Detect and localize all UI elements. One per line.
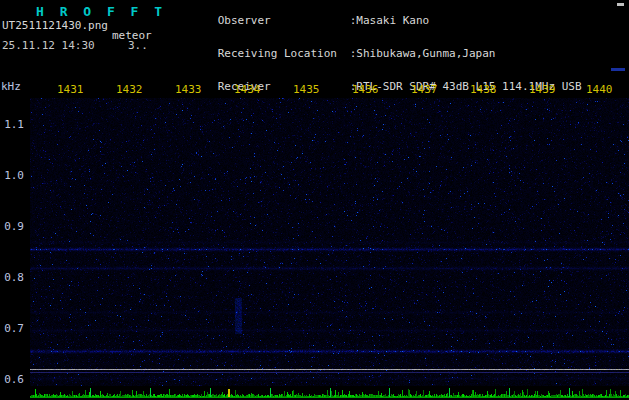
app-title: H R O F F T bbox=[36, 4, 166, 19]
time-tick: 1434 bbox=[234, 83, 261, 96]
corner-mark bbox=[617, 3, 624, 6]
edge-mark bbox=[611, 68, 625, 71]
signal-level-meter-canvas bbox=[30, 386, 629, 400]
info-value: :Masaki Kano bbox=[350, 14, 429, 27]
frequency-unit-label: kHz bbox=[1, 80, 21, 93]
info-value: :Shibukawa,Gunma,Japan bbox=[350, 47, 496, 60]
frequency-tick: 1.1 bbox=[0, 118, 24, 131]
hrofft-screen: H R O F F T UT2511121430.png meteor 25.1… bbox=[0, 0, 629, 400]
frequency-tick: 0.8 bbox=[0, 271, 24, 284]
time-tick: 1440 bbox=[586, 83, 613, 96]
capture-datetime: 25.11.12 14:30 bbox=[2, 39, 95, 52]
capture-counter: 3.. bbox=[128, 39, 148, 52]
info-row-observer: Observer:Masaki Kano bbox=[178, 4, 582, 37]
info-row-location: Receiving Location:Shibukawa,Gunma,Japan bbox=[178, 37, 582, 70]
spectrogram-canvas bbox=[30, 98, 629, 386]
time-tick: 1437 bbox=[411, 83, 438, 96]
capture-filename: UT2511121430.png bbox=[2, 19, 108, 32]
time-tick: 1436 bbox=[352, 83, 379, 96]
time-tick: 1439 bbox=[529, 83, 556, 96]
frequency-tick: 0.6 bbox=[0, 373, 24, 386]
time-tick: 1433 bbox=[175, 83, 202, 96]
time-tick: 1431 bbox=[57, 83, 84, 96]
time-tick: 1435 bbox=[293, 83, 320, 96]
info-label: Observer bbox=[218, 15, 350, 26]
info-label: Receiving Location bbox=[218, 48, 350, 59]
frequency-tick: 0.7 bbox=[0, 322, 24, 335]
frequency-tick: 1.0 bbox=[0, 169, 24, 182]
time-tick: 1432 bbox=[116, 83, 143, 96]
frequency-tick: 0.9 bbox=[0, 220, 24, 233]
time-tick: 1438 bbox=[470, 83, 497, 96]
